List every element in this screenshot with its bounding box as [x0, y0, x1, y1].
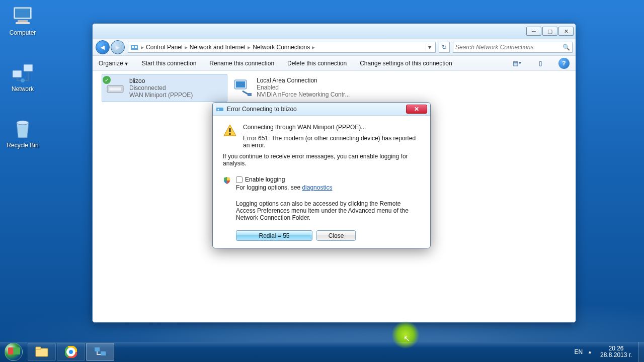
continue-text: If you continue to receive error message… — [223, 153, 420, 167]
svg-rect-3 — [16, 22, 30, 24]
taskbar-item-network-connections[interactable] — [86, 343, 114, 361]
close-dialog-button[interactable]: Close — [316, 230, 356, 241]
dialog-title: Error Connecting to blizoo — [227, 106, 406, 113]
svg-rect-2 — [18, 20, 28, 22]
connection-status: Enabled — [257, 84, 350, 91]
connection-item-blizoo[interactable]: ✓ blizoo Disconnected WAN Miniport (PPPO… — [102, 74, 227, 102]
svg-rect-28 — [101, 351, 106, 355]
show-desktop-button[interactable] — [638, 342, 644, 362]
connection-device: NVIDIA nForce Networking Contr... — [257, 91, 350, 98]
desktop-icon-label: Network — [4, 85, 41, 93]
dialup-icon — [216, 105, 224, 113]
desktop-icon-recycle-bin[interactable]: Recycle Bin — [4, 117, 41, 149]
desktop-icon-label: Recycle Bin — [4, 142, 41, 149]
chevron-right-icon: ▸ — [184, 44, 188, 51]
clock-date: 28.8.2013 г. — [600, 352, 632, 358]
breadcrumb-item[interactable]: Control Panel — [144, 44, 184, 51]
svg-rect-9 — [132, 46, 134, 48]
svg-rect-4 — [13, 70, 22, 77]
network-icon — [11, 60, 35, 84]
organize-menu[interactable]: Organize▼ — [99, 60, 129, 67]
lan-connection-icon — [232, 77, 253, 97]
connection-name: blizoo — [129, 77, 193, 84]
system-tray: EN ▲ 20:26 28.8.2013 г. — [571, 342, 638, 362]
svg-rect-16 — [216, 108, 223, 111]
uac-shield-icon — [223, 176, 231, 185]
connecting-text: Connecting through WAN Miniport (PPPOE).… — [243, 124, 420, 131]
preview-pane-icon[interactable]: ▯ — [535, 58, 545, 68]
svg-rect-12 — [109, 87, 121, 90]
search-icon[interactable]: 🔍 — [562, 44, 570, 51]
svg-rect-10 — [135, 46, 137, 48]
chevron-down-icon: ▼ — [124, 61, 129, 66]
warning-icon — [223, 124, 237, 138]
svg-rect-14 — [236, 81, 245, 87]
forward-button[interactable]: ► — [111, 40, 125, 54]
show-hidden-icons[interactable]: ▲ — [588, 349, 592, 354]
svg-point-7 — [17, 121, 29, 125]
refresh-button[interactable]: ↻ — [439, 42, 450, 53]
computer-icon — [11, 4, 35, 28]
diagnostics-link[interactable]: diagnostics — [302, 184, 332, 191]
taskbar-clock[interactable]: 20:26 28.8.2013 г. — [597, 345, 635, 358]
search-input[interactable] — [455, 44, 562, 51]
start-connection-button[interactable]: Start this connection — [142, 60, 197, 67]
connection-status: Disconnected — [129, 84, 193, 92]
enable-logging-label: Enable logging — [245, 176, 285, 183]
dialup-connection-icon: ✓ — [105, 77, 125, 98]
taskbar: EN ▲ 20:26 28.8.2013 г. — [0, 342, 644, 362]
rename-connection-button[interactable]: Rename this connection — [209, 60, 274, 67]
svg-rect-19 — [229, 133, 231, 135]
svg-rect-5 — [24, 64, 33, 71]
connection-name: Local Area Connection — [257, 77, 350, 84]
svg-point-17 — [218, 109, 219, 110]
diagnostics-line: For logging options, see diagnostics — [236, 184, 420, 191]
enable-logging-checkbox[interactable] — [236, 176, 243, 183]
close-button[interactable]: ✕ — [558, 27, 574, 36]
start-button[interactable] — [0, 342, 27, 362]
chevron-right-icon: ▸ — [311, 44, 315, 51]
taskbar-item-explorer[interactable] — [28, 343, 56, 361]
svg-rect-1 — [15, 9, 30, 18]
breadcrumb-item[interactable]: Network Connections — [251, 44, 311, 51]
window-titlebar[interactable]: ─ ▢ ✕ — [93, 24, 576, 39]
back-button[interactable]: ◄ — [96, 40, 110, 54]
language-indicator[interactable]: EN — [574, 348, 583, 355]
desktop-icon-network[interactable]: Network — [4, 60, 41, 93]
dialog-titlebar[interactable]: Error Connecting to blizoo ✕ — [213, 103, 430, 116]
chevron-right-icon: ▸ — [247, 44, 251, 51]
taskbar-item-chrome[interactable] — [57, 343, 85, 361]
address-dropdown-icon[interactable]: ▾ — [426, 44, 433, 51]
change-settings-button[interactable]: Change settings of this connection — [360, 60, 452, 67]
network-folder-icon — [130, 43, 138, 51]
recycle-bin-icon — [11, 117, 35, 141]
chevron-right-icon: ▸ — [140, 44, 144, 51]
search-box[interactable]: 🔍 — [453, 42, 573, 53]
address-bar[interactable]: ▸ Control Panel ▸ Network and Internet ▸… — [128, 42, 436, 53]
dialog-close-button[interactable]: ✕ — [406, 105, 427, 114]
help-icon[interactable]: ? — [558, 58, 570, 69]
breadcrumb-item[interactable]: Network and Internet — [188, 44, 247, 51]
navigation-bar: ◄ ► ▸ Control Panel ▸ Network and Intern… — [93, 39, 576, 56]
minimize-button[interactable]: ─ — [526, 27, 541, 36]
svg-point-6 — [21, 78, 25, 82]
logging-options-text: Logging options can also be accessed by … — [236, 200, 420, 221]
windows-orb-icon — [5, 343, 23, 361]
command-toolbar: Organize▼ Start this connection Rename t… — [93, 56, 576, 71]
connection-device: WAN Miniport (PPPOE) — [129, 92, 193, 99]
svg-point-26 — [68, 349, 73, 354]
desktop-icon-computer[interactable]: Computer — [4, 4, 41, 36]
error-text: Error 651: The modem (or other connectin… — [243, 135, 420, 149]
status-ok-badge-icon: ✓ — [103, 76, 111, 84]
error-dialog: Error Connecting to blizoo ✕ Connecting … — [212, 102, 431, 248]
maximize-button[interactable]: ▢ — [542, 27, 557, 36]
delete-connection-button[interactable]: Delete this connection — [287, 60, 347, 67]
view-options-icon[interactable]: ▤▼ — [512, 58, 522, 68]
connection-item-lan[interactable]: Local Area Connection Enabled NVIDIA nFo… — [229, 74, 355, 101]
svg-rect-15 — [248, 93, 252, 96]
svg-rect-18 — [229, 128, 231, 132]
svg-rect-27 — [95, 347, 100, 351]
redial-button[interactable]: Redial = 55 — [236, 230, 312, 241]
desktop-icon-label: Computer — [4, 29, 41, 36]
svg-rect-21 — [36, 347, 41, 349]
